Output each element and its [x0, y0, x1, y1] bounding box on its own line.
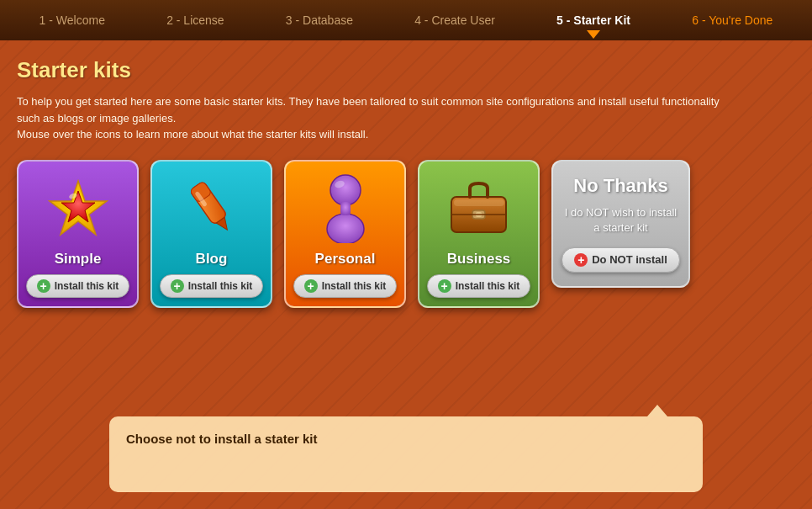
- do-not-install-button[interactable]: + Do NOT install: [562, 247, 680, 273]
- personal-install-button[interactable]: + Install this kit: [293, 274, 398, 298]
- no-thanks-title: No Thanks: [573, 175, 667, 197]
- kits-row: Simple + Install this kit: [17, 160, 795, 308]
- svg-rect-14: [454, 199, 504, 206]
- kit-card-business[interactable]: Business + Install this kit: [418, 160, 540, 308]
- nav-item-create-user[interactable]: 4 - Create User: [408, 10, 502, 30]
- personal-icon-area: [294, 170, 396, 246]
- personal-kit-name: Personal: [315, 251, 376, 268]
- nav-item-starter-kit[interactable]: 5 - Starter Kit: [550, 10, 637, 30]
- simple-install-button[interactable]: + Install this kit: [26, 274, 130, 298]
- kit-card-blog[interactable]: Blog + Install this kit: [150, 160, 272, 308]
- business-install-button[interactable]: + Install this kit: [427, 274, 531, 298]
- page-description: To help you get started here are some ba…: [17, 93, 731, 143]
- business-kit-name: Business: [447, 251, 511, 268]
- info-box-text: Choose not to install a stater kit: [126, 432, 318, 446]
- do-not-icon: +: [574, 253, 588, 267]
- nav-item-youre-done[interactable]: 6 - You're Done: [685, 10, 779, 30]
- blog-install-icon: +: [171, 279, 184, 293]
- personal-install-icon: +: [304, 279, 318, 293]
- nav-item-license[interactable]: 2 - License: [160, 10, 230, 30]
- star-icon: [48, 178, 108, 238]
- simple-icon-area: [27, 170, 129, 246]
- simple-install-icon: +: [37, 279, 50, 293]
- blog-icon-area: [161, 170, 262, 246]
- main-content: Starter kits To help you get started her…: [0, 40, 812, 308]
- personal-install-label: Install this kit: [322, 280, 387, 292]
- business-install-label: Install this kit: [456, 280, 520, 292]
- kit-card-simple[interactable]: Simple + Install this kit: [17, 160, 139, 308]
- no-thanks-card[interactable]: No Thanks I do NOT wish to install a sta…: [551, 160, 690, 288]
- page-title: Starter kits: [17, 57, 795, 83]
- simple-install-label: Install this kit: [55, 280, 119, 292]
- business-icon-area: [428, 170, 530, 246]
- do-not-label: Do NOT install: [592, 253, 667, 266]
- blog-kit-name: Blog: [196, 251, 228, 268]
- svg-point-7: [330, 175, 361, 205]
- kit-card-personal[interactable]: Personal + Install this kit: [284, 160, 406, 308]
- no-thanks-description: I do NOT wish to install a starter kit: [563, 205, 678, 236]
- briefcase-icon: [447, 178, 510, 237]
- info-box-arrow: [647, 405, 667, 416]
- nav-item-welcome[interactable]: 1 - Welcome: [33, 10, 112, 30]
- person-icon: [320, 172, 371, 243]
- info-box: Choose not to install a stater kit: [109, 416, 703, 492]
- business-install-icon: +: [438, 279, 451, 293]
- info-box-container: Choose not to install a stater kit: [109, 405, 703, 492]
- svg-point-9: [327, 214, 364, 243]
- svg-rect-10: [340, 202, 351, 215]
- nav-item-database[interactable]: 3 - Database: [279, 10, 360, 30]
- simple-kit-name: Simple: [55, 251, 102, 268]
- nav-bar: 1 - Welcome 2 - License 3 - Database 4 -…: [0, 0, 812, 40]
- marker-icon: [182, 174, 242, 241]
- blog-install-label: Install this kit: [188, 280, 253, 292]
- blog-install-button[interactable]: + Install this kit: [160, 274, 264, 298]
